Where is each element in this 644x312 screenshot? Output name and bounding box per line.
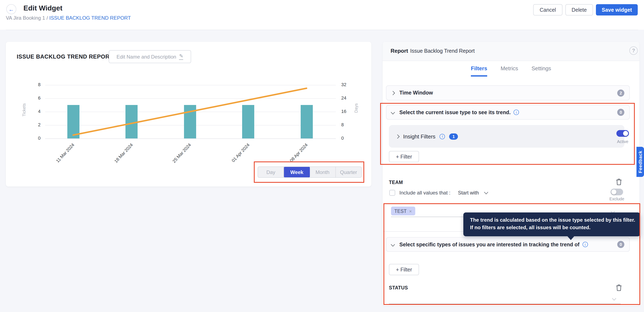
issue-type-section-header[interactable]: Select the current issue type to see its… [386,105,630,120]
insight-filters-label: Insight Filters [403,133,436,140]
y-right-axis-name: Days [354,103,358,113]
help-icon: ? [632,48,635,54]
time-window-badge: 2 [617,89,624,96]
chevron-right-icon [396,134,400,138]
help-button[interactable]: ? [629,46,638,55]
team-select-underline [391,217,473,217]
include-checkbox[interactable] [389,190,395,196]
operator-chevron-icon[interactable] [484,190,488,194]
period-option-day[interactable]: Day [258,167,284,177]
gridline [45,98,336,99]
tab-filters[interactable]: Filters [471,65,487,76]
breadcrumb-separator: / [46,15,48,21]
y-right-tick: 24 [341,95,346,100]
chevron-down-icon [391,110,395,114]
include-values-label: Include all values that : [399,190,450,196]
bar [184,105,196,138]
operator-select[interactable]: Start with [458,190,479,196]
trend-chart: 0246808162432TicketsDays11 Mar 202418 Ma… [6,42,371,186]
report-title-row: Report Issue Backlog Trend Report [390,48,475,54]
info-icon[interactable]: i [440,134,445,139]
feedback-tab[interactable]: Feedback [636,147,644,177]
issue-type-section-badge: 0 [617,109,624,116]
delete-button[interactable]: Delete [566,4,593,16]
x-axis-label: 01 Apr 2024 [219,142,250,175]
specific-types-section-badge: 0 [617,241,624,248]
team-exclude-toggle[interactable] [610,188,623,195]
bar [300,105,312,138]
x-axis-label: 18 Mar 2024 [102,142,134,175]
save-widget-button[interactable]: Save widget [596,4,638,16]
y-right-tick: 32 [341,82,346,87]
period-option-month[interactable]: Month [310,167,336,177]
insight-filters-toggle-label: Active [614,139,632,144]
status-filter-label: STATUS [389,285,408,290]
gridline [45,138,336,139]
status-select-chevron-icon[interactable] [612,296,616,300]
y-left-tick: 6 [30,95,40,100]
report-name: Issue Backlog Trend Report [410,48,475,54]
issue-type-section-label: Select the current issue type to see its… [399,109,510,115]
trash-icon [616,284,622,291]
edit-widget-screen: ← Edit Widget VA Jira Booking 1 / ISSUE … [0,0,644,312]
y-left-tick: 0 [30,136,40,140]
y-right-tick: 16 [341,109,346,114]
chevron-down-icon [391,242,395,246]
period-option-week[interactable]: Week [284,167,310,177]
report-label: Report [390,48,408,54]
info-icon[interactable]: i [514,110,519,115]
specific-types-section-label: Select specific types of issues you are … [399,242,580,248]
team-section-divider [383,231,470,232]
specific-types-section-header[interactable]: Select specific types of issues you are … [386,237,630,252]
breadcrumb-parent: VA Jira Booking 1 [6,15,45,21]
period-option-quarter[interactable]: Quarter [336,167,362,177]
gridline [45,85,336,85]
chevron-right-icon [391,91,395,95]
team-delete-button[interactable] [616,178,624,186]
team-filter-label: TEAM [389,180,403,185]
page-title: Edit Widget [24,4,62,12]
breadcrumb: VA Jira Booking 1 / ISSUE BACKLOG TREND … [6,15,131,21]
x-axis-label: 25 Mar 2024 [161,142,192,175]
y-left-tick: 2 [30,122,40,127]
add-filter-button[interactable]: + Filter [389,264,419,275]
team-value-tag[interactable]: TEST × [391,206,415,216]
back-button[interactable]: ← [6,4,16,14]
tab-metrics[interactable]: Metrics [500,65,518,76]
trash-icon [616,178,622,185]
bar [242,105,254,138]
y-right-tick: 0 [341,136,344,140]
y-right-tick: 8 [341,122,344,127]
tooltip-arrow [568,236,574,240]
filter-tooltip: The trend is calculated based on the iss… [463,212,640,236]
time-window-label: Time Window [399,90,617,96]
y-left-axis-name: Tickets [22,103,26,116]
status-select-underline [389,304,620,304]
y-left-tick: 4 [30,109,40,114]
back-arrow-icon: ← [8,6,14,12]
panel-tabs: FiltersMetricsSettings [383,65,640,76]
team-exclude-label: Exclude [608,196,626,201]
insight-filters-count-badge: 1 [449,133,458,140]
x-axis-label: 11 Mar 2024 [44,142,75,175]
add-filter-button[interactable]: + Filter [389,151,419,162]
insight-filters-active-toggle[interactable] [616,130,629,137]
tag-remove-icon[interactable]: × [409,208,412,214]
status-delete-button[interactable] [616,284,624,292]
tooltip-line-1: The trend is calculated based on the iss… [470,217,635,223]
breadcrumb-current-link[interactable]: ISSUE BACKLOG TREND REPORT [49,15,131,21]
period-toggle-group: DayWeekMonthQuarter [258,166,362,178]
widget-preview-card: ISSUE BACKLOG TREND REPORT Edit Name and… [6,42,371,186]
info-icon[interactable]: i [582,242,588,247]
tab-settings[interactable]: Settings [532,65,551,76]
team-include-row: Include all values that : Start with [389,190,488,196]
cancel-button[interactable]: Cancel [533,4,562,16]
report-settings-panel: Report Issue Backlog Trend Report ? Filt… [383,42,640,306]
y-left-tick: 8 [30,82,40,87]
bar [126,105,138,138]
team-tag-text: TEST [394,208,407,214]
time-window-section[interactable]: Time Window 2 [386,85,630,100]
tooltip-line-2: If no filters are selected, all issues w… [470,224,590,230]
insight-filters-card[interactable]: Insight Filters i 1 Active [389,125,624,148]
bar [67,105,79,138]
